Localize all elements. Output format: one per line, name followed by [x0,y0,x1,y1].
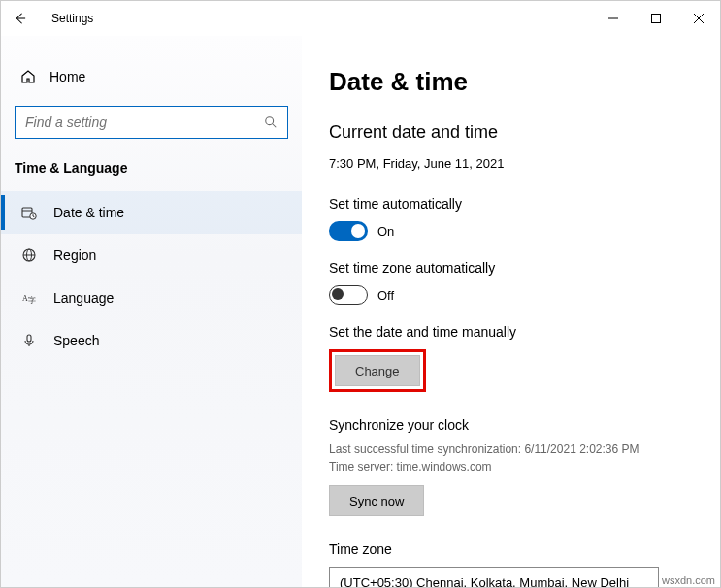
change-button[interactable]: Change [335,355,420,386]
back-button[interactable] [13,12,36,25]
search-input-wrapper[interactable] [15,106,288,139]
sidebar-item-speech[interactable]: Speech [1,319,302,362]
timezone-value: (UTC+05:30) Chennai, Kolkata, Mumbai, Ne… [340,575,629,588]
manual-datetime-label: Set the date and time manually [329,324,701,340]
sync-server-line: Time server: time.windows.com [329,458,701,475]
timezone-label: Time zone [329,541,701,557]
window-title: Settings [51,12,93,25]
current-datetime-value: 7:30 PM, Friday, June 11, 2021 [329,156,701,171]
svg-rect-16 [27,335,31,342]
language-icon: A字 [20,290,38,306]
home-icon [20,69,36,84]
sidebar-item-label: Region [53,247,96,263]
globe-icon [20,247,38,263]
auto-timezone-label: Set time zone automatically [329,260,701,276]
sidebar-item-date-time[interactable]: Date & time [1,191,302,234]
section-current-datetime-heading: Current date and time [329,122,701,143]
home-label: Home [49,69,85,84]
sync-heading: Synchronize your clock [329,417,701,433]
sidebar-item-label: Language [53,290,114,306]
sync-section: Synchronize your clock Last successful t… [329,417,701,516]
calendar-clock-icon [20,205,38,220]
auto-timezone-toggle[interactable] [329,285,368,305]
highlight-box: Change [329,349,426,392]
svg-text:字: 字 [28,296,36,305]
sidebar-item-label: Speech [53,333,99,348]
minimize-button[interactable] [592,4,635,33]
window-body: Home Time & Language Date & time [1,36,720,587]
timezone-section: Time zone (UTC+05:30) Chennai, Kolkata, … [329,541,701,587]
close-button[interactable] [677,4,720,33]
svg-line-5 [273,124,277,128]
watermark: wsxdn.com [662,574,715,586]
svg-line-10 [33,216,34,217]
sync-now-button[interactable]: Sync now [329,485,424,516]
search-input[interactable] [25,114,264,130]
auto-time-label: Set time automatically [329,196,701,212]
sync-last-line: Last successful time synchronization: 6/… [329,441,701,458]
page-title: Date & time [329,67,701,97]
auto-time-state: On [377,224,394,239]
settings-window: Settings Home Time & Language [0,0,721,588]
sync-meta: Last successful time synchronization: 6/… [329,441,701,475]
titlebar: Settings [1,1,720,36]
svg-rect-1 [652,15,661,23]
timezone-dropdown[interactable]: (UTC+05:30) Chennai, Kolkata, Mumbai, Ne… [329,567,659,587]
sidebar-category: Time & Language [1,156,302,191]
svg-point-4 [266,117,274,125]
microphone-icon [20,333,38,348]
sidebar-item-language[interactable]: A字 Language [1,277,302,319]
auto-time-toggle[interactable] [329,221,368,241]
sidebar-item-region[interactable]: Region [1,234,302,277]
maximize-button[interactable] [635,4,677,33]
auto-timezone-state: Off [377,288,394,303]
sidebar-nav: Date & time Region A字 Language [1,191,302,362]
sidebar-item-label: Date & time [53,205,124,220]
sidebar: Home Time & Language Date & time [1,36,302,587]
main-content: Date & time Current date and time 7:30 P… [302,36,720,587]
sidebar-home[interactable]: Home [1,63,302,90]
search-icon [264,115,278,129]
window-controls [592,4,720,33]
